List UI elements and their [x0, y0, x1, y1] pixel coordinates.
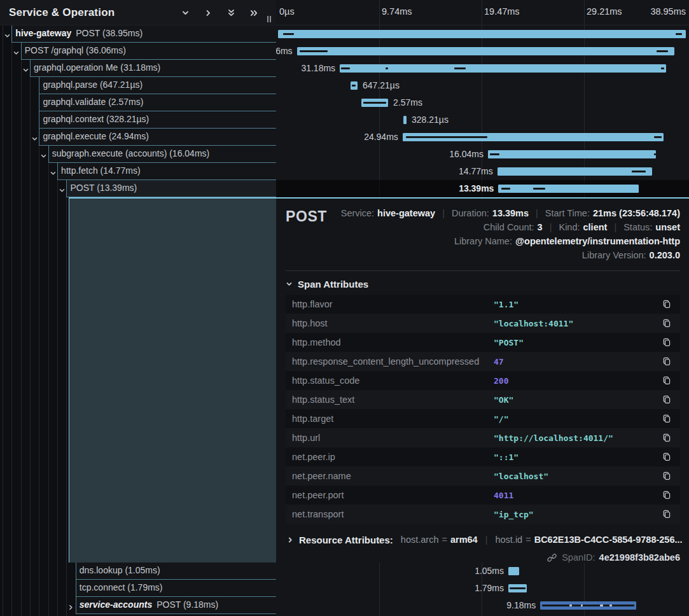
- copy-icon[interactable]: [662, 395, 671, 404]
- span-name: graphql.context (328.21µs): [39, 111, 276, 129]
- span-bar[interactable]: [403, 133, 664, 141]
- child-span-marker: [283, 33, 294, 35]
- tree-row[interactable]: POST (13.39ms)13.39ms: [0, 180, 689, 197]
- copy-icon[interactable]: [662, 452, 671, 461]
- tree-row[interactable]: service-accountsPOST (9.18ms)9.18ms: [0, 597, 689, 614]
- meta-label: Library Version:: [582, 248, 646, 262]
- span-bar[interactable]: [508, 584, 527, 592]
- chevron-right-icon[interactable]: [67, 602, 74, 613]
- span-attributes-toggle[interactable]: Span Attributes: [286, 277, 680, 291]
- span-bar[interactable]: [488, 150, 656, 158]
- attribute-row: http.target"/": [286, 409, 680, 428]
- child-span-marker: [510, 587, 525, 589]
- operation-label: graphql.validate (2.57ms): [43, 97, 143, 107]
- meta-value: 13.39ms: [492, 206, 529, 220]
- copy-icon[interactable]: [662, 414, 671, 423]
- chevron-down-icon[interactable]: [59, 185, 66, 197]
- chevron-down-icon[interactable]: [13, 48, 20, 59]
- span-bar[interactable]: [297, 47, 674, 55]
- ruler-tick-label: 0µs: [279, 6, 295, 17]
- duration-label: 1.05ms: [475, 563, 504, 580]
- tree-row[interactable]: http.fetch (14.77ms)14.77ms: [0, 163, 689, 180]
- tree-cell: graphql.parse (647.21µs): [0, 77, 276, 94]
- tree-row[interactable]: graphql.parse (647.21µs)647.21µs: [0, 77, 689, 94]
- double-chevron-down-icon[interactable]: [227, 9, 235, 17]
- attribute-key: net.peer.name: [292, 471, 494, 481]
- chevron-down-icon[interactable]: [50, 168, 57, 179]
- copy-icon[interactable]: [662, 491, 671, 500]
- tree-row[interactable]: graphql.context (328.21µs)328.21µs: [0, 111, 689, 129]
- span-bar[interactable]: [340, 64, 666, 73]
- span-bar[interactable]: [498, 185, 638, 193]
- copy-icon[interactable]: [662, 376, 671, 385]
- child-span-dot: [600, 605, 603, 606]
- tree-row[interactable]: dns.lookup (1.05ms)1.05ms: [0, 563, 689, 580]
- copy-icon[interactable]: [662, 510, 671, 519]
- copy-icon[interactable]: [662, 338, 671, 347]
- meta-value: 3: [538, 220, 543, 234]
- attribute-row: http.flavor"1.1": [286, 295, 680, 314]
- tree-row[interactable]: graphql.validate (2.57ms)2.57ms: [0, 94, 689, 111]
- chevron-down-icon[interactable]: [40, 151, 47, 162]
- copy-icon[interactable]: [662, 433, 671, 442]
- tree-row[interactable]: tcp.connect (1.79ms)1.79ms: [0, 580, 689, 597]
- child-span-marker: [654, 153, 656, 155]
- attribute-row: http.status_code200: [286, 371, 680, 390]
- copy-icon[interactable]: [662, 319, 671, 328]
- resource-attributes-title: Resource Attributes:: [299, 535, 393, 545]
- span-bar[interactable]: [498, 167, 652, 176]
- double-chevron-right-icon[interactable]: [250, 9, 258, 17]
- operation-label: POST (38.95ms): [76, 28, 143, 38]
- chevron-right-icon: [287, 536, 294, 543]
- tree-cell: service-accountsPOST (9.18ms): [0, 597, 276, 614]
- chevron-down-icon[interactable]: [31, 134, 38, 145]
- ruler-tick-label: 19.47ms: [484, 6, 520, 17]
- operation-label: graphql.context (328.21µs): [43, 114, 149, 124]
- meta-label: Start Time:: [545, 206, 590, 220]
- link-icon[interactable]: [547, 553, 557, 563]
- resource-key: host.arch: [401, 535, 439, 545]
- tree-row[interactable]: subgraph.execute (accounts) (16.04ms)16.…: [0, 146, 689, 163]
- detail-left-spacer: [69, 199, 277, 563]
- tree-row[interactable]: POST /graphql (36.06ms)36.06ms: [0, 43, 689, 60]
- attribute-row: net.peer.name"localhost": [286, 466, 680, 486]
- attribute-value: 200: [494, 376, 662, 386]
- attribute-row: http.host"localhost:4011": [286, 314, 680, 333]
- copy-icon[interactable]: [662, 357, 671, 366]
- span-bar[interactable]: [351, 81, 358, 90]
- attribute-value: "localhost": [494, 472, 662, 481]
- meta-value: hive-gateway: [377, 206, 435, 220]
- copy-icon[interactable]: [662, 300, 671, 309]
- chevron-down-icon[interactable]: [181, 9, 190, 17]
- meta-value: 21ms (23:56:48.174): [593, 206, 680, 220]
- chevron-right-icon[interactable]: [204, 9, 212, 17]
- span-bar[interactable]: [278, 30, 686, 38]
- span-bar[interactable]: [540, 601, 636, 610]
- tree-row[interactable]: graphql.execute (24.94ms)24.94ms: [0, 129, 689, 146]
- separator: |: [550, 220, 552, 234]
- copy-icon[interactable]: [662, 472, 671, 480]
- operation-label: subgraph.execute (accounts) (16.04ms): [52, 148, 209, 158]
- chevron-down-icon[interactable]: [4, 31, 11, 42]
- chevron-down-icon: [286, 281, 293, 288]
- operation-label: dns.lookup (1.05ms): [80, 565, 160, 575]
- span-id-value: 4e21998f3b82abe6: [599, 552, 680, 563]
- chevron-down-icon[interactable]: [22, 65, 29, 76]
- panel-resize-handle[interactable]: [267, 16, 272, 22]
- resource-attributes-toggle[interactable]: Resource Attributes: host.arch=arm64|hos…: [286, 533, 680, 547]
- span-bar[interactable]: [361, 99, 388, 107]
- attribute-value: "localhost:4011": [494, 319, 662, 328]
- tree-row[interactable]: hive-gatewayPOST (38.95ms): [0, 25, 689, 43]
- attribute-value: "ip_tcp": [494, 510, 662, 519]
- meta-line: Library Name:@opentelemetry/instrumentat…: [341, 234, 680, 248]
- service-name: service-accounts: [80, 599, 152, 610]
- attribute-key: http.flavor: [292, 299, 494, 309]
- tree-cell: tcp.connect (1.79ms): [0, 580, 276, 597]
- span-bar[interactable]: [508, 567, 519, 575]
- tree-row[interactable]: graphql.operation Me (31.18ms)31.18ms: [0, 60, 689, 77]
- tree-header-title: Service & Operation: [9, 0, 115, 25]
- resource-key: host.id: [495, 535, 522, 545]
- waterfall-cell: 24.94ms: [276, 129, 689, 146]
- resource-attributes-preview: host.arch=arm64|host.id=BC62E13B-C4CC-58…: [401, 535, 683, 545]
- span-bar[interactable]: [403, 116, 407, 124]
